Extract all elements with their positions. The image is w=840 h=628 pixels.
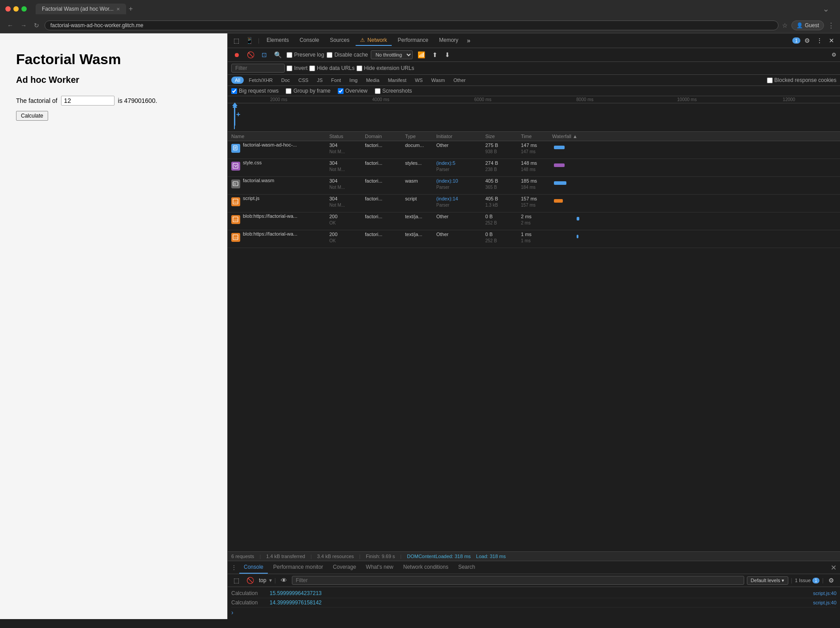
hide-extension-urls-checkbox[interactable]: Hide extension URLs	[356, 65, 414, 71]
console-drawer-icon[interactable]: ⋮	[231, 564, 237, 571]
maximize-button[interactable]	[21, 6, 27, 12]
console-tab-performance-monitor[interactable]: Performance monitor	[269, 561, 328, 574]
close-devtools-button[interactable]: ✕	[827, 36, 836, 45]
filter-other[interactable]: Other	[450, 77, 469, 84]
table-row[interactable]: </> blob:https://factorial-wa... 200 OK …	[228, 212, 840, 230]
more-tabs-button[interactable]: »	[465, 36, 473, 45]
blocked-cookies-input[interactable]	[767, 77, 773, 83]
filter-wasm[interactable]: Wasm	[428, 77, 449, 84]
tab-performance-label: Performance	[398, 37, 429, 43]
forward-button[interactable]: →	[19, 21, 29, 30]
dropdown-icon[interactable]: ⌄	[823, 4, 829, 14]
group-by-frame-checkbox[interactable]: Group by frame	[286, 88, 330, 94]
table-row[interactable]: style.css 304 Not M... factori... styles…	[228, 159, 840, 177]
throttle-select[interactable]: No throttling Fast 3G Slow 3G	[371, 50, 413, 59]
browser-tab[interactable]: Factorial Wasm (ad hoc Wor... ✕	[36, 4, 126, 14]
issue-count[interactable]: 1 Issue 1	[795, 578, 820, 583]
clear-button[interactable]: 🚫	[245, 50, 257, 60]
url-input[interactable]	[45, 20, 779, 30]
issues-badge[interactable]: 1	[792, 37, 800, 44]
close-console-button[interactable]: ✕	[831, 563, 836, 572]
disable-cache-checkbox[interactable]: Disable cache	[327, 52, 368, 58]
more-options-button[interactable]: ⋮	[814, 36, 825, 45]
row-status: 200 OK	[329, 213, 365, 226]
settings-gear-icon[interactable]: ⚙	[832, 52, 836, 58]
preserve-log-input[interactable]	[287, 52, 292, 58]
filter-img[interactable]: Img	[346, 77, 361, 84]
console-tab-coverage[interactable]: Coverage	[328, 561, 361, 574]
console-tab-console[interactable]: Console	[239, 561, 268, 574]
tab-memory[interactable]: Memory	[434, 35, 463, 46]
bookmark-icon[interactable]: ☆	[782, 22, 788, 29]
inspect-element-button[interactable]: ⬚	[231, 36, 242, 45]
log-link-2[interactable]: script.js:40	[813, 600, 836, 605]
screenshots-input[interactable]	[375, 88, 381, 94]
preserve-log-checkbox[interactable]: Preserve log	[287, 52, 324, 58]
filter-media[interactable]: Media	[362, 77, 383, 84]
console-stop-button[interactable]: 🚫	[244, 575, 256, 585]
record-button[interactable]: ⏺	[231, 50, 242, 60]
device-toggle-button[interactable]: 📱	[243, 36, 255, 45]
screenshots-checkbox[interactable]: Screenshots	[375, 88, 412, 94]
console-filter-input[interactable]	[292, 576, 744, 585]
console-tab-network-conditions[interactable]: Network conditions	[399, 561, 453, 574]
close-button[interactable]	[5, 6, 11, 12]
invert-input[interactable]	[287, 65, 292, 71]
overview-checkbox[interactable]: Overview	[338, 88, 368, 94]
network-conditions-button[interactable]: 📶	[415, 50, 427, 60]
tab-network[interactable]: ⚠ Network	[356, 35, 391, 46]
filter-button[interactable]: ⊡	[259, 50, 269, 60]
filter-css[interactable]: CSS	[295, 77, 312, 84]
table-row[interactable]: W factorial.wasm 304 Not M... factori...…	[228, 177, 840, 195]
console-settings-button[interactable]: ⚙	[826, 575, 836, 585]
settings-button[interactable]: ⚙	[802, 36, 812, 45]
overview-input[interactable]	[338, 88, 344, 94]
minimize-button[interactable]	[13, 6, 19, 12]
tab-close-icon[interactable]: ✕	[116, 7, 120, 12]
console-tab-search[interactable]: Search	[454, 561, 479, 574]
console-tab-whats-new[interactable]: What's new	[361, 561, 398, 574]
filter-fetch-xhr[interactable]: Fetch/XHR	[245, 77, 276, 84]
timeline-area[interactable]: 2000 ms 4000 ms 6000 ms 8000 ms 10000 ms…	[228, 96, 840, 132]
reload-button[interactable]: ↻	[32, 21, 41, 30]
menu-icon[interactable]: ⋮	[828, 21, 835, 30]
tab-sources[interactable]: Sources	[325, 35, 354, 46]
filter-ws[interactable]: WS	[411, 77, 426, 84]
filter-font[interactable]: Font	[328, 77, 344, 84]
table-row[interactable]: factorial-wasm-ad-hoc-... 304 Not M... f…	[228, 141, 840, 159]
invert-checkbox[interactable]: Invert	[287, 65, 307, 71]
tab-performance[interactable]: Performance	[393, 35, 433, 46]
top-dropdown-icon[interactable]: ▾	[269, 577, 272, 583]
big-rows-checkbox[interactable]: Big request rows	[231, 88, 279, 94]
hide-extension-urls-input[interactable]	[356, 65, 362, 71]
new-tab-button[interactable]: +	[129, 5, 133, 13]
console-caret[interactable]: ›	[231, 608, 836, 617]
filter-js[interactable]: JS	[313, 77, 326, 84]
filter-all[interactable]: All	[231, 77, 244, 84]
disable-cache-input[interactable]	[327, 52, 332, 58]
eye-button[interactable]: 👁	[279, 575, 289, 585]
table-row[interactable]: </> script.js 304 Not M... factori... sc…	[228, 195, 840, 212]
filter-input[interactable]	[231, 64, 285, 73]
hide-data-urls-checkbox[interactable]: Hide data URLs	[309, 65, 355, 71]
hide-data-urls-input[interactable]	[309, 65, 315, 71]
filter-doc[interactable]: Doc	[278, 77, 294, 84]
log-link-1[interactable]: script.js:40	[813, 591, 836, 596]
table-row[interactable]: </> blob:https://factorial-wa... 200 OK …	[228, 230, 840, 248]
console-clear-button[interactable]: ⬚	[231, 575, 242, 585]
factorial-input[interactable]	[61, 96, 115, 106]
filter-manifest[interactable]: Manifest	[384, 77, 410, 84]
guest-button[interactable]: 👤 Guest	[791, 20, 824, 30]
search-button[interactable]: 🔍	[272, 50, 284, 60]
tab-console[interactable]: Console	[295, 35, 324, 46]
group-by-frame-input[interactable]	[286, 88, 291, 94]
blocked-cookies-checkbox[interactable]: Blocked response cookies	[767, 77, 836, 83]
default-levels-button[interactable]: Default levels ▾	[747, 576, 788, 585]
back-button[interactable]: ←	[5, 21, 15, 30]
tab-elements[interactable]: Elements	[262, 35, 293, 46]
network-table[interactable]: Name Status Domain Type Initiator Size T…	[228, 132, 840, 551]
big-rows-input[interactable]	[231, 88, 237, 94]
export-button[interactable]: ⬇	[443, 50, 452, 60]
import-button[interactable]: ⬆	[430, 50, 440, 60]
calculate-button[interactable]: Calculate	[16, 111, 48, 121]
